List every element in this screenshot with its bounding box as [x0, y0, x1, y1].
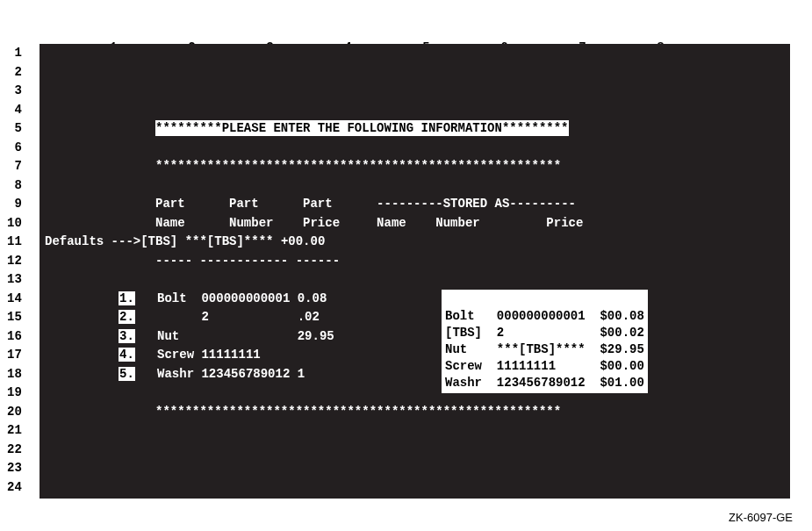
row3-name[interactable]: Nut	[157, 329, 179, 343]
star-line-bottom: ****************************************…	[155, 405, 561, 419]
row3-price[interactable]: 29.95	[298, 329, 334, 343]
defaults-price: +00.00	[281, 234, 325, 248]
hdr-part: Part Part Part	[155, 197, 333, 211]
row4-number[interactable]: 11111111	[201, 348, 260, 362]
defaults-name: [TBS]	[140, 234, 177, 248]
underline: ----- ------------ ------	[155, 254, 340, 268]
row-marker-4: 4.	[119, 348, 135, 362]
hdr-stored-number: Number	[435, 216, 479, 230]
row-marker-2: 2.	[119, 310, 135, 324]
banner: *********PLEASE ENTER THE FOLLOWING INFO…	[155, 120, 568, 136]
row5-price[interactable]: 1	[298, 367, 305, 381]
stored-as-box: Bolt 000000000001 $00.08 [TBS] 2 $00.02 …	[442, 290, 648, 393]
row5-name[interactable]: Washr	[157, 367, 194, 381]
stored-row-1: Bolt 000000000001 $00.08	[445, 309, 644, 323]
row4-name[interactable]: Screw	[157, 348, 194, 362]
defaults-label: Defaults --->	[45, 234, 140, 248]
stored-row-5: Washr 123456789012 $01.00	[445, 376, 644, 390]
row2-number[interactable]: 2	[201, 310, 208, 324]
row-ruler: 1 2 3 4 5 6 7 8 9 10 11 12 13 14 15 16 1…	[7, 44, 22, 497]
terminal-screen: *********PLEASE ENTER THE FOLLOWING INFO…	[40, 44, 790, 499]
row-marker-5: 5.	[119, 367, 135, 381]
stored-row-2: [TBS] 2 $00.02	[445, 326, 644, 340]
row-marker-1: 1.	[119, 291, 135, 305]
hdr-stored-as: ---------STORED AS---------	[377, 197, 576, 211]
row1-name[interactable]: Bolt	[157, 291, 187, 305]
stored-row-3: Nut ***[TBS]**** $29.95	[445, 342, 644, 356]
row2-price[interactable]: .02	[298, 310, 320, 324]
row1-number[interactable]: 000000000001	[201, 291, 290, 305]
row1-price[interactable]: 0.08	[298, 291, 327, 305]
row5-number[interactable]: 123456789012	[201, 367, 290, 381]
star-line-top: ****************************************…	[155, 159, 561, 173]
row-marker-3: 3.	[119, 329, 135, 343]
hdr-labels: Name Number Price	[155, 216, 340, 230]
stored-row-4: Screw 11111111 $00.00	[445, 359, 644, 373]
hdr-stored-name: Name	[377, 216, 406, 230]
defaults-number: ***[TBS]****	[185, 234, 274, 248]
hdr-stored-price: Price	[546, 216, 583, 230]
figure-id: ZK-6097-GE	[729, 511, 793, 524]
